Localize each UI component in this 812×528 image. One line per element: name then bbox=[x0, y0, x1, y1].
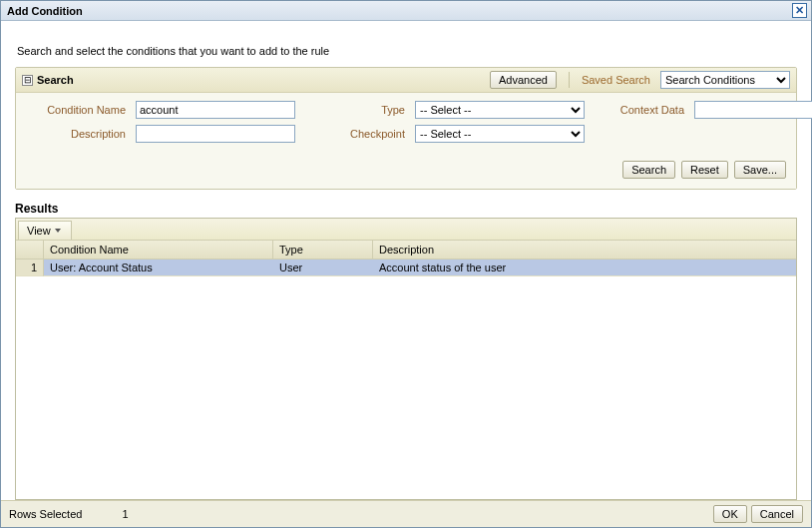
search-title: Search bbox=[37, 74, 74, 86]
dialog-footer: Rows Selected 1 OK Cancel bbox=[1, 500, 811, 527]
search-header: ⊟ Search Advanced Saved Search Search Co… bbox=[16, 68, 796, 93]
cell-condition-name: User: Account Status bbox=[44, 260, 273, 276]
context-data-label: Context Data bbox=[595, 104, 684, 116]
context-data-input[interactable] bbox=[694, 101, 812, 119]
col-description[interactable]: Description bbox=[373, 241, 796, 259]
rows-selected-count: 1 bbox=[122, 508, 128, 520]
results-box: View Condition Name Type Description 1 U… bbox=[15, 218, 797, 500]
description-label: Description bbox=[26, 128, 126, 140]
col-condition-name[interactable]: Condition Name bbox=[44, 241, 273, 259]
type-select[interactable]: -- Select -- bbox=[415, 101, 585, 119]
results-title: Results bbox=[15, 202, 797, 216]
collapse-icon[interactable]: ⊟ bbox=[22, 75, 33, 86]
results-toolbar: View bbox=[16, 219, 796, 241]
checkpoint-label: Checkpoint bbox=[305, 128, 405, 140]
ok-button[interactable]: OK bbox=[713, 505, 747, 523]
search-actions: Search Reset Save... bbox=[26, 161, 786, 179]
rows-selected-label: Rows Selected bbox=[9, 508, 82, 520]
checkpoint-select[interactable]: -- Select -- bbox=[415, 125, 585, 143]
row-number: 1 bbox=[16, 260, 44, 276]
dialog-title: Add Condition bbox=[7, 5, 83, 17]
view-label: View bbox=[27, 225, 51, 237]
titlebar: Add Condition ✕ bbox=[1, 1, 811, 21]
save-button[interactable]: Save... bbox=[734, 161, 786, 179]
col-type[interactable]: Type bbox=[273, 241, 373, 259]
search-panel: ⊟ Search Advanced Saved Search Search Co… bbox=[15, 67, 797, 190]
condition-name-label: Condition Name bbox=[26, 104, 126, 116]
saved-search-label: Saved Search bbox=[582, 74, 650, 86]
intro-text: Search and select the conditions that yo… bbox=[17, 45, 797, 57]
condition-name-input[interactable] bbox=[136, 101, 295, 119]
chevron-down-icon bbox=[55, 229, 61, 233]
add-condition-dialog: Add Condition ✕ Search and select the co… bbox=[0, 0, 812, 528]
reset-button[interactable]: Reset bbox=[681, 161, 728, 179]
advanced-button[interactable]: Advanced bbox=[490, 71, 557, 89]
close-button[interactable]: ✕ bbox=[792, 3, 807, 18]
description-input[interactable] bbox=[136, 125, 295, 143]
divider bbox=[569, 72, 570, 88]
results-body: 1 User: Account Status User Account stat… bbox=[16, 260, 796, 499]
cell-description: Account status of the user bbox=[373, 260, 796, 276]
close-icon: ✕ bbox=[795, 5, 804, 16]
cancel-button[interactable]: Cancel bbox=[751, 505, 803, 523]
type-label: Type bbox=[305, 104, 405, 116]
view-menu-button[interactable]: View bbox=[18, 221, 72, 240]
search-body: Condition Name Type -- Select -- Context… bbox=[16, 93, 796, 189]
cell-type: User bbox=[273, 260, 373, 276]
table-row[interactable]: 1 User: Account Status User Account stat… bbox=[16, 260, 796, 276]
results-header-row: Condition Name Type Description bbox=[16, 241, 796, 260]
saved-search-select[interactable]: Search Conditions bbox=[660, 71, 790, 89]
search-button[interactable]: Search bbox=[622, 161, 675, 179]
col-rownum bbox=[16, 241, 44, 259]
